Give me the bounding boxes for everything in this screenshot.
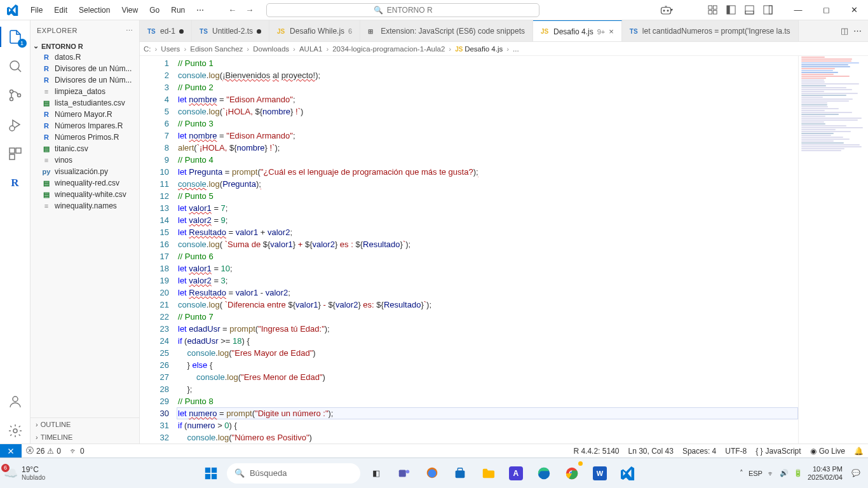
- code-line[interactable]: let nombre = "Edison Armando";: [177, 130, 798, 142]
- breadcrumb-item[interactable]: AULA1: [299, 45, 322, 53]
- code-line[interactable]: console.log(¡Bienvenidos al proyecto!);: [177, 69, 798, 81]
- file-item[interactable]: RDivisores de un Núm...: [31, 63, 139, 74]
- layout-bottom-icon[interactable]: [741, 2, 757, 18]
- code-line[interactable]: if (numero > 0) {: [177, 419, 798, 431]
- editor-tab[interactable]: TSed-1: [140, 20, 192, 42]
- file-item[interactable]: RNúmeros Primos.R: [31, 132, 139, 143]
- code-line[interactable]: // Punto 7: [177, 311, 798, 323]
- r-version-status[interactable]: R 4.4.2: 5140: [569, 444, 623, 458]
- menu-file[interactable]: File: [25, 3, 48, 17]
- activity-extensions-icon[interactable]: [0, 141, 31, 166]
- activity-account-icon[interactable]: [0, 389, 31, 414]
- editor-tab[interactable]: ⊞Extension: JavaScript (ES6) code snippe…: [360, 20, 533, 42]
- minimap[interactable]: [798, 56, 868, 444]
- code-line[interactable]: // Punto 5: [177, 190, 798, 202]
- code-line[interactable]: // Punto 1: [177, 57, 798, 69]
- code-line[interactable]: let nombre = "Edison Armando";: [177, 93, 798, 105]
- code-line[interactable]: console.log(Pregunta);: [177, 178, 798, 190]
- language-mode-status[interactable]: { } JavaScript: [751, 444, 805, 458]
- editor-tab[interactable]: JSDesafio While.js6: [269, 20, 360, 42]
- split-editor-icon[interactable]: ◫: [841, 26, 848, 36]
- code-line[interactable]: // Punto 6: [177, 250, 798, 262]
- activity-search-icon[interactable]: [0, 53, 31, 79]
- file-item[interactable]: ≡vinos: [31, 154, 139, 166]
- code-line[interactable]: } else {: [177, 359, 798, 371]
- layout-customize-icon[interactable]: [704, 2, 721, 18]
- edge-icon[interactable]: [532, 461, 556, 485]
- code-line[interactable]: };: [177, 383, 798, 395]
- outline-section[interactable]: ›OUTLINE: [31, 418, 139, 431]
- code-line[interactable]: let valor1 = 7;: [177, 202, 798, 214]
- indentation-status[interactable]: Spaces: 4: [678, 444, 721, 458]
- word-icon[interactable]: W: [588, 461, 612, 485]
- breadcrumb-item[interactable]: Edison Sanchez: [190, 45, 243, 53]
- file-item[interactable]: ▤lista_estudiantes.csv: [31, 97, 139, 109]
- menu-selection[interactable]: Selection: [74, 3, 115, 17]
- breadcrumb-item[interactable]: ...: [513, 45, 519, 53]
- file-item[interactable]: ≡winequality.names: [31, 200, 139, 212]
- notifications-icon[interactable]: 🔔: [850, 444, 868, 458]
- tray-lang[interactable]: ESP: [749, 470, 763, 477]
- tab-close-icon[interactable]: ×: [609, 27, 614, 36]
- task-view-icon[interactable]: ◧: [364, 461, 388, 485]
- code-line[interactable]: console.log("Eres Mayor de Edad"): [177, 347, 798, 359]
- teams-icon[interactable]: [392, 461, 416, 485]
- code-line[interactable]: console.log("Número es Positivo"): [177, 431, 798, 444]
- msstore-icon[interactable]: [448, 461, 472, 485]
- app-a-icon[interactable]: A: [504, 461, 528, 485]
- code-line[interactable]: let Resultado = valor1 - valor2;: [177, 287, 798, 299]
- editor-tab[interactable]: TSUntitled-2.ts: [192, 20, 269, 42]
- menu-go[interactable]: Go: [144, 3, 165, 17]
- window-minimize-icon[interactable]: ―: [784, 0, 812, 20]
- breadcrumb-item[interactable]: Downloads: [253, 45, 289, 53]
- menu-more[interactable]: ⋯: [191, 3, 209, 17]
- code-line[interactable]: console.log( `Suma de ${valor1} + ${valo…: [177, 238, 798, 250]
- workspace-root[interactable]: ⌄ ENTORNO R: [31, 41, 139, 51]
- code-line[interactable]: // Punto 3: [177, 118, 798, 130]
- code-line[interactable]: console.log(`¡HOLA, ${nombre} !`): [177, 105, 798, 118]
- code-line[interactable]: if (edadUsr >= 18) {: [177, 335, 798, 347]
- tab-more-icon[interactable]: ⋯: [853, 26, 862, 36]
- breadcrumb-item[interactable]: JS Desafio 4.js: [455, 45, 503, 53]
- code-line[interactable]: let Pregunta = prompt("¿Cuál es el lengu…: [177, 166, 798, 178]
- code-editor[interactable]: // Punto 1console.log(¡Bienvenidos al pr…: [177, 56, 798, 444]
- taskbar-clock[interactable]: 10:43 PM 2025/02/04: [808, 465, 843, 482]
- vscode-taskbar-icon[interactable]: [616, 461, 640, 485]
- activity-scm-icon[interactable]: [0, 83, 31, 108]
- file-item[interactable]: RNúmero Mayor.R: [31, 109, 139, 120]
- battery-icon[interactable]: 🔋: [794, 469, 803, 477]
- code-line[interactable]: let Resultado = valor1 + valor2;: [177, 226, 798, 238]
- wifi-icon[interactable]: ᯤ: [768, 470, 775, 477]
- menu-view[interactable]: View: [116, 3, 143, 17]
- code-line[interactable]: let valor1 = 10;: [177, 262, 798, 274]
- code-line[interactable]: let edadUsr = prompt("Ingresa tú Edad:")…: [177, 323, 798, 335]
- chrome-icon[interactable]: [560, 461, 584, 485]
- code-line[interactable]: let numero = prompt("Digite un número :"…: [177, 407, 798, 419]
- file-item[interactable]: ▤winequality-red.csv: [31, 177, 139, 189]
- breadcrumb-item[interactable]: 2034-logica-programacion-1-Aula2: [332, 45, 445, 53]
- start-button-icon[interactable]: [199, 461, 223, 485]
- layout-right-icon[interactable]: [759, 2, 776, 18]
- editor-tab[interactable]: JSDesafio 4.js9+×: [533, 20, 622, 42]
- breadcrumb-item[interactable]: C:: [144, 45, 151, 53]
- file-item[interactable]: ▤titanic.csv: [31, 143, 139, 154]
- command-center[interactable]: 🔍 ENTORNO R: [266, 3, 539, 17]
- code-line[interactable]: console.log("Eres Menor de Edad"): [177, 371, 798, 383]
- editor-tab[interactable]: TSlet cantidadNumeros = prompt('Ingrese …: [622, 20, 799, 42]
- window-close-icon[interactable]: ✕: [840, 0, 868, 20]
- menu-run[interactable]: Run: [166, 3, 190, 17]
- layout-left-icon[interactable]: [722, 2, 739, 18]
- ports-status[interactable]: ᯤ0: [65, 444, 89, 458]
- file-item[interactable]: ≡limpieza_datos: [31, 86, 139, 97]
- code-line[interactable]: alert(`¡HOLA, ${nombre} !`);: [177, 142, 798, 154]
- activity-settings-icon[interactable]: [0, 418, 31, 444]
- breadcrumb[interactable]: C:›Users›Edison Sanchez›Downloads›AULA1›…: [140, 42, 868, 56]
- nav-forward-icon[interactable]: →: [245, 5, 254, 15]
- activity-r-icon[interactable]: R: [0, 170, 31, 196]
- code-line[interactable]: let valor2 = 3;: [177, 274, 798, 287]
- tray-chevron-icon[interactable]: ˄: [740, 469, 743, 477]
- volume-icon[interactable]: 🔊: [780, 469, 789, 477]
- timeline-section[interactable]: ›TIMELINE: [31, 431, 139, 444]
- file-item[interactable]: RDivisores de un Núm...: [31, 74, 139, 86]
- golive-status[interactable]: ◉Go Live: [806, 444, 850, 458]
